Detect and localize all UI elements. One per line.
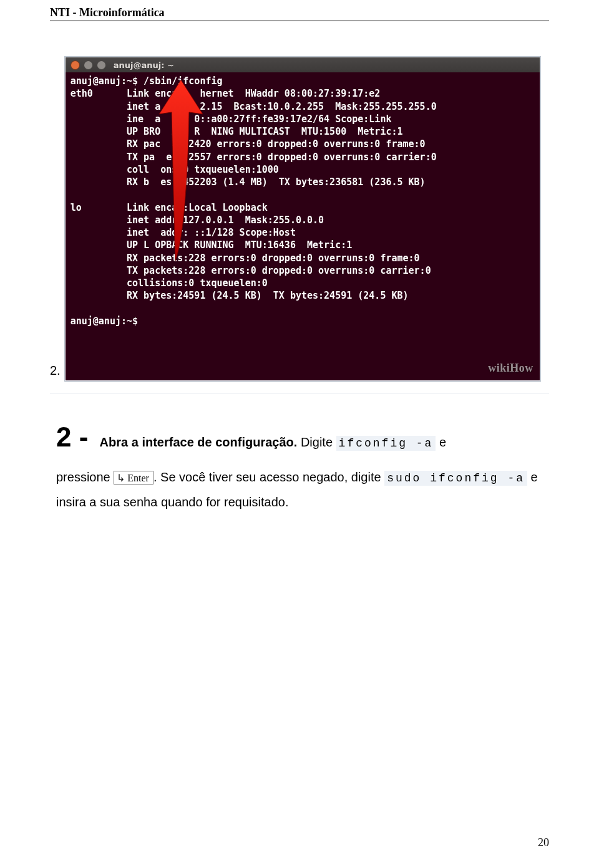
instruction-text-1: Digite [297, 435, 336, 449]
code-sudo-ifconfig: sudo ifconfig -a [384, 471, 527, 486]
terminal-screenshot: anuj@anuj: ~ anuj@anuj:~$ /sbin/ifconfig… [64, 56, 541, 382]
instruction-text-4: . Se você tiver seu acesso negado, digit… [153, 470, 384, 484]
terminal-titlebar: anuj@anuj: ~ [66, 57, 540, 72]
instruction-text-2: e [436, 435, 446, 449]
enter-key: ↳ Enter [114, 471, 153, 485]
step-number-large: 2 - [56, 422, 96, 452]
page-number: 20 [538, 836, 549, 849]
step-marker: 2. [50, 364, 61, 378]
terminal-output: anuj@anuj:~$ /sbin/ifconfig eth0 Link en… [71, 75, 437, 327]
page-header-title: NTI - Microinformática [50, 6, 549, 19]
instruction-text-6: insira a sua senha quando for requisitad… [56, 495, 288, 509]
watermark: wikiHow [488, 360, 533, 375]
header-rule [50, 21, 549, 21]
enter-key-symbol: ↳ [117, 473, 125, 483]
instruction-text-5: e [527, 470, 538, 484]
enter-key-label: Enter [127, 473, 149, 483]
terminal-body: anuj@anuj:~$ /sbin/ifconfig eth0 Link en… [66, 72, 540, 380]
code-ifconfig: ifconfig -a [336, 436, 436, 451]
instruction-block: 2 - Abra a interface de configuração. Di… [50, 393, 549, 531]
instruction-bold: Abra a interface de configuração. [100, 435, 298, 449]
terminal-window-title: anuj@anuj: ~ [114, 60, 174, 70]
close-icon [71, 60, 80, 70]
instruction-text-3: pressione [56, 470, 114, 484]
minimize-icon [84, 60, 93, 70]
maximize-icon [97, 60, 106, 70]
